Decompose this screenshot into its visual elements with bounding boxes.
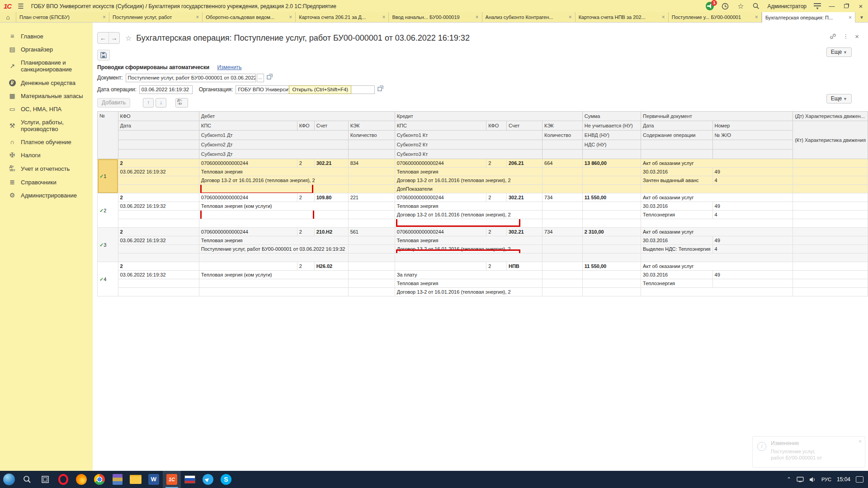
- change-notification-toast[interactable]: i × Изменение Поступление услуг, работ Б…: [752, 436, 865, 468]
- cell-journal[interactable]: 4: [712, 245, 793, 253]
- cell[interactable]: [582, 288, 641, 296]
- cell-kps-dt[interactable]: 07060000000000244: [199, 228, 297, 236]
- tray-expand-icon[interactable]: ⌃: [787, 476, 791, 483]
- cell-content[interactable]: Теплоэнергия: [641, 211, 712, 219]
- cell[interactable]: [542, 185, 583, 193]
- cell-doc-name[interactable]: Акт об оказании услуг: [641, 262, 793, 271]
- cell-kfo-kt[interactable]: 2: [486, 228, 507, 236]
- posting-row-4[interactable]: ✓4 2 2 Н26.02 2 НПВ 11 550,00 Акт об ока…: [98, 262, 868, 271]
- cell[interactable]: [793, 271, 868, 279]
- posting-row-3[interactable]: ✓3 2 07060000000000244 2 210.Н2 561 0706…: [98, 228, 868, 236]
- cell[interactable]: [348, 176, 395, 185]
- service-menu-icon[interactable]: ▾: [814, 3, 821, 9]
- cell-content[interactable]: Выделен НДС: Теплоэнергия: [641, 245, 712, 253]
- close-tab-icon[interactable]: ×: [476, 14, 479, 20]
- history-icon[interactable]: [721, 2, 729, 10]
- organization-open-icon[interactable]: [377, 85, 383, 94]
- cell-sum[interactable]: 13 860,00: [582, 159, 641, 168]
- sidebar-item-platnoe-obuchenie[interactable]: ∩Платное обучение: [0, 136, 93, 149]
- sidebar-item-planirovanie[interactable]: ↗Планирование и санкционирование: [0, 56, 93, 76]
- close-toast-icon[interactable]: ×: [859, 438, 862, 445]
- cell-sub1-kt[interactable]: Тепловая энергия: [395, 202, 542, 211]
- move-down-button[interactable]: ↓: [156, 98, 166, 108]
- cell-doc-name[interactable]: Акт об оказании услуг: [641, 193, 793, 202]
- cell-account-dt[interactable]: Н26.02: [314, 262, 348, 271]
- cell[interactable]: [793, 159, 868, 168]
- cell-sub1-dt[interactable]: Тепловая энергия (ком услуги): [199, 271, 348, 279]
- cell-doc-date[interactable]: 30.03.2016: [641, 168, 712, 176]
- cell-kps-dt[interactable]: [199, 262, 297, 271]
- cell-sub3-kt[interactable]: [395, 219, 542, 228]
- sidebar-item-spravochniki[interactable]: ≣Справочники: [0, 176, 93, 189]
- winrar-icon[interactable]: [108, 471, 127, 488]
- cell-kps-kt[interactable]: 07060000000000244: [395, 159, 486, 168]
- close-tab-icon[interactable]: ×: [103, 14, 106, 20]
- cell-content[interactable]: Зачтен выданный аванс: [641, 176, 712, 185]
- row-selector[interactable]: ✓1: [98, 159, 118, 193]
- notifications-icon[interactable]: 1: [706, 2, 714, 10]
- cell[interactable]: [542, 211, 583, 219]
- cell-kfo-kt[interactable]: 2: [486, 193, 507, 202]
- cell[interactable]: [793, 211, 868, 219]
- cell-journal[interactable]: 4: [712, 176, 793, 185]
- posting-row-3-sub3[interactable]: [98, 253, 868, 262]
- row-selector[interactable]: ✓4: [98, 262, 118, 296]
- cell-sub1-kt[interactable]: За плату: [395, 271, 542, 279]
- cell[interactable]: [793, 193, 868, 202]
- language-indicator[interactable]: РУС: [821, 477, 831, 482]
- sidebar-item-uslugi-raboty[interactable]: ⚒Услуги, работы, производство: [0, 116, 93, 136]
- document-choose-button[interactable]: ...: [257, 74, 264, 82]
- document-field[interactable]: Поступление услуг, работ БУ00-000001 от …: [126, 74, 256, 82]
- cell[interactable]: [542, 253, 583, 262]
- cell[interactable]: [118, 176, 199, 185]
- cell[interactable]: [348, 253, 395, 262]
- posting-row-3-sub2[interactable]: Поступление услуг, работ БУ00-000001 от …: [98, 245, 868, 253]
- cell[interactable]: [542, 288, 583, 296]
- cell-doc-number[interactable]: 49: [712, 236, 793, 245]
- cell-account-dt[interactable]: 302.21: [314, 159, 348, 168]
- cell[interactable]: [793, 262, 868, 271]
- cell[interactable]: [793, 279, 868, 288]
- favorites-star-icon[interactable]: ☆: [736, 2, 745, 10]
- flag-icon[interactable]: [181, 471, 199, 488]
- close-form-icon[interactable]: ×: [855, 33, 859, 40]
- cell[interactable]: [542, 245, 583, 253]
- tab-postuplenie-uslug[interactable]: Поступление услуг, работ ×: [109, 12, 203, 22]
- cell-content[interactable]: Теплоэнергия: [641, 279, 712, 288]
- cell-account-kt[interactable]: 302.21: [506, 193, 542, 202]
- sidebar-item-organayzer[interactable]: ▤Органайзер: [0, 43, 93, 56]
- cell-kfo-dt[interactable]: 2: [297, 159, 314, 168]
- close-tab-icon[interactable]: ×: [755, 14, 758, 20]
- search-icon[interactable]: [18, 471, 36, 488]
- cell[interactable]: [793, 176, 868, 185]
- cell-kfo-dt[interactable]: 2: [297, 228, 314, 236]
- cell-account-kt[interactable]: НПВ: [506, 262, 542, 271]
- cell-date[interactable]: 03.06.2022 16:19:32: [118, 236, 199, 245]
- cell-kfo-dt[interactable]: 2: [297, 193, 314, 202]
- cell[interactable]: [582, 245, 641, 253]
- cell[interactable]: [793, 288, 868, 296]
- cell-date[interactable]: 03.06.2022 16:19:32: [118, 168, 199, 176]
- sidebar-item-glavnoe[interactable]: ≡Главное: [0, 30, 93, 43]
- cell[interactable]: [118, 185, 199, 193]
- cell-doc-date[interactable]: 30.03.2016: [641, 236, 712, 245]
- cell-kfo[interactable]: 2: [118, 228, 199, 236]
- cell-kek-dt[interactable]: [348, 262, 395, 271]
- cell-kps-kt[interactable]: 07060000000000244: [395, 228, 486, 236]
- cell[interactable]: [582, 236, 641, 245]
- cell-kfo-kt[interactable]: 2: [486, 159, 507, 168]
- cell-kfo-kt[interactable]: 2: [486, 262, 507, 271]
- cell[interactable]: [542, 168, 583, 176]
- close-tab-icon[interactable]: ×: [196, 14, 199, 20]
- cell-kfo[interactable]: 2: [118, 193, 199, 202]
- minimize-button[interactable]: —: [828, 3, 835, 9]
- cell[interactable]: [641, 253, 793, 262]
- cell-account-dt[interactable]: 210.Н2: [314, 228, 348, 236]
- cell[interactable]: [582, 168, 641, 176]
- cell-kek-kt[interactable]: 664: [542, 159, 583, 168]
- cell-kek-dt[interactable]: 221: [348, 193, 395, 202]
- tab-kartochka-npv[interactable]: Карточка счета НПВ за 202... ×: [576, 12, 669, 22]
- cell-kek-kt[interactable]: 734: [542, 193, 583, 202]
- cell-sum[interactable]: 2 310,00: [582, 228, 641, 236]
- close-window-button[interactable]: ×: [857, 2, 864, 10]
